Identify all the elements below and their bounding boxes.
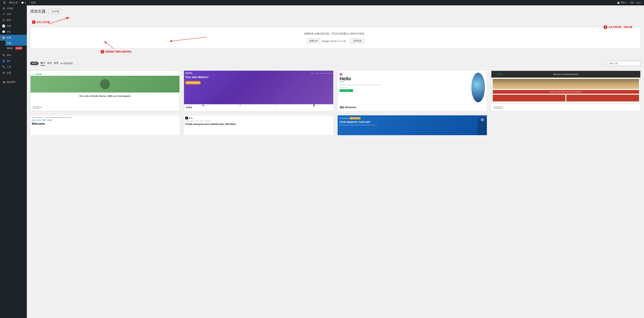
hello-icon-snowflake: ❄ bbox=[346, 87, 347, 88]
hello-cta-button[interactable]: Launch Project → bbox=[340, 89, 353, 92]
theme-preview-kadence: K Kadence GET STARTED YOUR WEBSITE YOUR … bbox=[338, 115, 487, 135]
sidebar-item-collapse[interactable]: ◀ 收起菜单 bbox=[0, 79, 27, 85]
theme-card-kadence[interactable]: K Kadence GET STARTED YOUR WEBSITE YOUR … bbox=[338, 115, 487, 135]
hello-icons-row: 📍 💎 ✈ ❄ bbox=[340, 87, 472, 88]
sidebar-label-plugins: 插件 bbox=[7, 54, 11, 57]
sidebar-item-editor[interactable]: 编辑器 beta 版 bbox=[5, 46, 27, 51]
hello-right-img bbox=[472, 73, 485, 102]
sidebar-item-settings[interactable]: ⚙ 设置 bbox=[0, 70, 27, 76]
page-title-area: 添加主题 上传主题 bbox=[30, 9, 641, 14]
astra-header: ASTRA Home About Services Reviews bbox=[185, 72, 332, 74]
sidebar-item-dashboard[interactable]: ⊞ 仪表盘 bbox=[0, 5, 27, 11]
tt-header: Welcome to the Swedish Museum bbox=[492, 71, 640, 78]
sidebar-item-tools[interactable]: 🔧 工具 bbox=[0, 64, 27, 70]
neve-title: Create and grow your website fast, with … bbox=[185, 123, 332, 126]
file-name-display: jiangqie_theme-1.1.1.zip bbox=[322, 40, 346, 42]
hello-icon-send: ✈ bbox=[344, 87, 346, 88]
sidebar-item-media[interactable]: ⊡ 媒体 bbox=[0, 17, 27, 23]
blogging-icon: ✏ bbox=[276, 104, 278, 104]
help-label: 帮助 bbox=[620, 1, 625, 4]
annotation-2-text: 选择提前下载的主题安装包 bbox=[105, 50, 132, 53]
sidebar-appearance-submenu: 主题 编辑器 beta 版 bbox=[0, 41, 27, 51]
help-chevron-icon: ▾ bbox=[626, 2, 626, 4]
choose-file-button[interactable]: 选择文件 bbox=[307, 39, 320, 43]
sidebar-label-tools: 工具 bbox=[7, 66, 11, 69]
comments-item[interactable]: 💬 0 bbox=[20, 0, 28, 5]
installed-label-twentytwenty: 已安装 bbox=[496, 73, 502, 76]
sidebar-label-media: 媒体 bbox=[7, 19, 11, 22]
site-name-item[interactable]: 鹿鸣九章 bbox=[8, 0, 20, 5]
theme-preview-hello: E Hello Theme I am text block. Click edi… bbox=[338, 71, 487, 104]
help-button[interactable]: 📋 帮助 ▾ bbox=[615, 1, 628, 4]
sidebar-label-dashboard: 仪表盘 bbox=[7, 7, 13, 10]
sidebar-item-posts[interactable]: ✏ 文章 bbox=[0, 11, 27, 17]
sidebar-item-pages[interactable]: 📄 页面 bbox=[0, 23, 27, 29]
astra-nav-item-2: About bbox=[316, 73, 319, 74]
feature-filter-button[interactable]: ⚙ 特性筛选 bbox=[60, 62, 73, 65]
astra-nav-item-1: Home bbox=[310, 73, 314, 74]
theme-card-label-twentytwenty: 二〇二〇 bbox=[492, 104, 640, 111]
theme-filter-bar: 4757 热门 最新 最爱 ⚙ 特性筛选 bbox=[30, 61, 641, 67]
theme-card-neve[interactable]: N Neve HOME ABOUT BLOG SHOP CONTACT Crea… bbox=[184, 115, 334, 135]
sidebar-label-posts: 文章 bbox=[7, 13, 11, 16]
tt-museum-badge: Welcome to the Swedish Museum of Modern … bbox=[493, 90, 639, 94]
theme-card-twentytwenty[interactable]: ✓ 已安装 Welcome to the Swedish Museum Welc… bbox=[491, 71, 641, 111]
tt-featured-img bbox=[493, 79, 639, 89]
pages-icon: 📄 bbox=[2, 24, 5, 28]
kadence-subtitle: Explore all the possibilities with the K… bbox=[339, 124, 377, 126]
wp-logo-item[interactable]: ⚙ bbox=[1, 0, 8, 5]
theme-search-input[interactable] bbox=[607, 61, 641, 66]
preview-text-twentytwentytwo: The works of Berthe Morisot, 1800s-era F… bbox=[77, 93, 133, 100]
editor-label: 编辑器 bbox=[7, 47, 13, 50]
installed-badge-twentytwentytwo: ✓ 已安装 bbox=[32, 73, 42, 76]
sidebar-divider bbox=[0, 51, 27, 52]
upload-theme-button[interactable]: 上传主题 bbox=[48, 9, 62, 14]
annotation-1-circle: 1 bbox=[32, 20, 36, 24]
sidebar-label-appearance: 外观 bbox=[7, 36, 11, 39]
sidebar-item-themes[interactable]: 主题 bbox=[5, 41, 27, 46]
spacer bbox=[30, 53, 641, 61]
theme-card-astra[interactable]: ASTRA Home About Services Reviews Your I… bbox=[184, 71, 334, 111]
annotation-3: 3 点击立即安装，安装主题 bbox=[604, 25, 632, 29]
theme-thumbnail-neve: N Neve HOME ABOUT BLOG SHOP CONTACT Crea… bbox=[184, 115, 333, 135]
sidebar-label-users: 用户 bbox=[7, 60, 11, 63]
layout: ⊞ 仪表盘 ✏ 文章 ⊡ 媒体 📄 页面 💬 评论 🎨 外观 主题 bbox=[0, 5, 644, 318]
sidebar-item-users[interactable]: 👤 用户 bbox=[0, 58, 27, 64]
astra-nav-item-4: Reviews bbox=[327, 73, 332, 74]
t19-welcome-text: Welcome bbox=[32, 122, 178, 126]
theme-preview-neve: N Neve HOME ABOUT BLOG SHOP CONTACT Crea… bbox=[184, 115, 333, 135]
new-item[interactable]: + 新建 bbox=[28, 0, 37, 5]
theme-card-twentytwentytwo[interactable]: ✓ 已安装 The works of Berthe Morisot, 1800s… bbox=[30, 71, 180, 111]
plugins-icon: 🔌 bbox=[2, 54, 5, 57]
theme-card-hello-elementor[interactable]: E Hello Theme I am text block. Click edi… bbox=[338, 71, 487, 111]
astra-features: 🏪 Local Business Similique nctto osum...… bbox=[185, 104, 332, 104]
sidebar-item-appearance[interactable]: 🎨 外观 bbox=[0, 35, 27, 41]
filter-tab-popular[interactable]: 热门 bbox=[40, 61, 45, 66]
kadence-headline: YOUR WEBSITE YOUR WAY bbox=[339, 121, 371, 124]
admin-bar-left: ⚙ 鹿鸣九章 💬 0 + 新建 bbox=[1, 0, 37, 5]
preview-img-area bbox=[30, 76, 180, 93]
kadence-logo-text: Kadence bbox=[342, 117, 348, 119]
filter-tab-latest[interactable]: 最新 bbox=[47, 61, 52, 66]
theme-card-twentynineteen[interactable]: Twenty Nineteen — The WordPress default … bbox=[30, 115, 180, 135]
sidebar-item-plugins[interactable]: 🔌 插件 bbox=[0, 52, 27, 58]
astra-nav-item-3: Services bbox=[320, 73, 326, 74]
hello-circle-img bbox=[472, 73, 485, 102]
theme-preview-twentytwenty: Welcome to the Swedish Museum Welcome to… bbox=[492, 71, 640, 104]
neve-nav-contact: CONTACT bbox=[205, 120, 210, 122]
install-now-button[interactable]: 立即安装 bbox=[351, 39, 364, 43]
neve-nav-about: ABOUT bbox=[190, 120, 194, 122]
beta-badge: beta 版 bbox=[15, 47, 22, 50]
sidebar-item-comments[interactable]: 💬 评论 bbox=[0, 29, 27, 35]
astra-nav: Home About Services Reviews bbox=[310, 73, 332, 74]
page-header-area: 添加主题 上传主题 1 点击上传主题 bbox=[30, 9, 641, 26]
admin-bar: ⚙ 鹿鸣九章 💬 0 + 新建 📋 帮助 ▾ 您好，yoyo bbox=[0, 0, 644, 5]
theme-thumbnail-kadence: K Kadence GET STARTED YOUR WEBSITE YOUR … bbox=[338, 115, 487, 135]
t19-nav-about: About bbox=[37, 119, 41, 121]
filter-tab-favorites[interactable]: 最爱 bbox=[54, 61, 58, 66]
zip-install-description: 如果您有.zip格式的主题，可以在这里通过上传的方式安装。 bbox=[34, 32, 637, 35]
greeting-text: 您好，yoyo bbox=[630, 1, 641, 4]
theme-count-badge: 4757 bbox=[30, 62, 38, 65]
astra-feature-4: 👤 Professional Services Milque distcio..… bbox=[296, 104, 332, 104]
main-content: 添加主题 上传主题 1 点击上传主题 bbox=[27, 5, 644, 318]
